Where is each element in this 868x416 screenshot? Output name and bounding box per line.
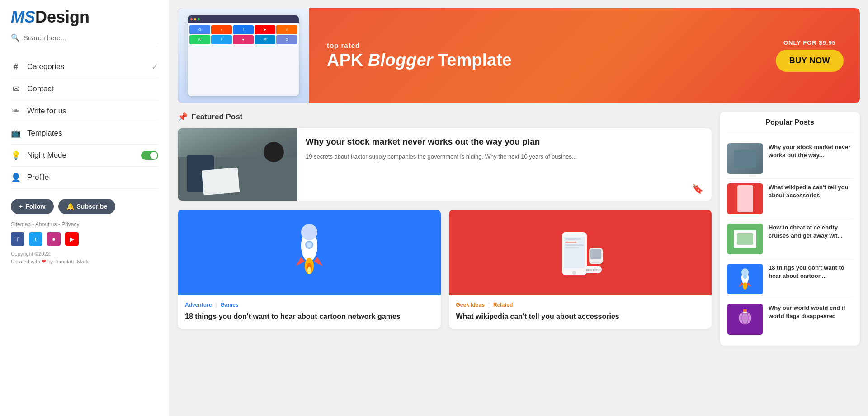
posts-grid: Adventure | Games 18 things you don't wa… [178,210,712,329]
browser-mockup: G r f ▶ V W t ● ✉ D [178,8,309,103]
copyright-text: Copyright ©2022 Created with ❤ by Templa… [11,250,158,266]
banner-image: G r f ▶ V W t ● ✉ D [178,8,309,103]
popular-item-3[interactable]: How to cheat at celebrity cruises and ge… [727,219,853,259]
follow-icon: + [19,203,23,210]
world-thumb-icon [736,308,754,331]
sidebar-item-contact[interactable]: ✉ Contact [11,78,158,100]
svg-point-3 [307,243,311,247]
sidebar-item-label: Night Mode [27,151,66,160]
popular-item-5[interactable]: Why our world would end if world flags d… [727,299,853,339]
search-input[interactable] [24,34,158,42]
content-row: 📌 Featured Post Why your stock market ne… [178,112,860,346]
action-buttons: + Follow 🔔 Subscribe [11,199,158,214]
post-2-image: EPILEPSY [449,210,712,295]
heart-icon: ❤ [42,259,46,264]
sidebar-item-label: Templates [27,129,62,138]
youtube-icon[interactable]: ▶ [65,232,79,246]
instagram-icon[interactable]: ● [47,232,61,246]
sitemap-link[interactable]: Sitemap [11,221,31,228]
sidebar-item-label: Contact [27,84,54,93]
twitter-icon[interactable]: t [29,232,42,246]
banner: G r f ▶ V W t ● ✉ D [178,8,860,103]
rocket-illustration [287,223,332,282]
privacy-link[interactable]: Privacy [61,221,79,228]
social-icons: f t ● ▶ [11,232,158,246]
post-2-body: Geek Ideas | Related What wikipedia can'… [449,295,712,329]
popular-item-4[interactable]: 18 things you don't want to hear about c… [727,259,853,299]
logo-design-text: Design [35,8,90,26]
svg-point-22 [743,282,747,290]
main-column: 📌 Featured Post Why your stock market ne… [178,112,712,346]
featured-info: Why your stock market never works out th… [297,128,712,201]
tag-games[interactable]: Games [220,302,238,308]
sidebar-item-label: Categories [27,62,64,71]
monitor-icon: 📺 [11,128,21,138]
svg-point-1 [301,224,317,240]
svg-point-13 [572,271,576,275]
banner-content: top rated APK Blogger Template [309,42,776,70]
banner-main-title: APK Blogger Template [327,51,758,70]
popular-item-title-4: 18 things you don't want to hear about c… [769,264,853,280]
sidebar-item-night-mode[interactable]: 💡 Night Mode [11,145,158,167]
svg-rect-9 [565,238,581,240]
popular-item-title-2: What wikipedia can't tell you about acce… [769,183,853,200]
logo[interactable]: MSDesign [11,9,158,25]
svg-rect-8 [564,237,585,268]
popular-item-2[interactable]: What wikipedia can't tell you about acce… [727,179,853,219]
post-2-tags: Geek Ideas | Related [456,302,705,308]
user-icon: 👤 [11,173,21,182]
popular-posts-box: Popular Posts Why your stock market neve… [720,112,860,346]
svg-rect-16 [592,262,600,263]
post-1-body: Adventure | Games 18 things you don't wa… [178,295,441,329]
featured-label-text: Featured Post [191,112,242,122]
tag-geek-ideas[interactable]: Geek Ideas [456,302,485,308]
tag-related[interactable]: Related [493,302,513,308]
featured-card[interactable]: Why your stock market never works out th… [178,128,712,201]
sidebar-item-templates[interactable]: 📺 Templates [11,122,158,145]
post-1-title: 18 things you don't want to hear about c… [185,312,434,322]
pencil-icon: ✏ [11,106,21,116]
post-card-1[interactable]: Adventure | Games 18 things you don't wa… [178,210,441,329]
sidebar-item-write-for-us[interactable]: ✏ Write for us [11,100,158,122]
about-us-link[interactable]: About us [35,221,57,228]
search-bar[interactable]: 🔍 [11,33,158,46]
bookmark-icon[interactable]: 🔖 [692,183,703,194]
popular-item-1[interactable]: Why your stock market never works out th… [727,139,853,179]
svg-rect-27 [743,309,747,312]
popular-thumb-2 [727,183,763,214]
main-content: G r f ▶ V W t ● ✉ D [170,0,868,416]
night-mode-toggle[interactable] [141,151,158,160]
popular-posts-column: Popular Posts Why your stock market neve… [720,112,860,346]
sidebar-item-categories[interactable]: # Categories ✓ [11,56,158,78]
subscribe-button[interactable]: 🔔 Subscribe [58,199,116,214]
bulb-icon: 💡 [11,150,21,160]
svg-text:EPILEPSY: EPILEPSY [586,269,601,272]
search-icon: 🔍 [11,33,20,42]
post-card-2[interactable]: EPILEPSY Geek Ideas | Related What wikip… [449,210,712,329]
popular-thumb-5 [727,304,763,335]
banner-price: ONLY FOR $9.95 [783,39,836,46]
banner-title-blogger: Blogger [368,51,433,70]
banner-top-line: top rated [327,42,758,49]
sidebar-item-profile[interactable]: 👤 Profile [11,167,158,189]
facebook-icon[interactable]: f [11,232,24,246]
featured-excerpt: 19 secrets about tractor supply companie… [306,152,703,180]
popular-item-title-3: How to cheat at celebrity cruises and ge… [769,224,853,240]
buy-now-button[interactable]: BUY NOW [776,50,844,72]
pin-icon: 📌 [178,112,188,122]
svg-point-21 [743,275,747,279]
check-icon: ✓ [151,62,158,72]
svg-rect-10 [565,242,576,243]
bell-icon: 🔔 [66,203,74,210]
popular-item-title-5: Why our world would end if world flags d… [769,304,853,320]
popular-item-title-1: Why your stock market never works out th… [769,143,853,159]
popular-thumb-3 [727,224,763,254]
footer-links: Sitemap - About us - Privacy [11,221,158,228]
svg-rect-15 [590,249,601,259]
popular-thumb-4 [727,264,763,294]
tag-adventure[interactable]: Adventure [185,302,212,308]
follow-button[interactable]: + Follow [11,199,54,214]
sidebar-item-label: Profile [27,173,49,182]
banner-title-template: Template [433,51,512,70]
hash-icon: # [11,62,21,72]
